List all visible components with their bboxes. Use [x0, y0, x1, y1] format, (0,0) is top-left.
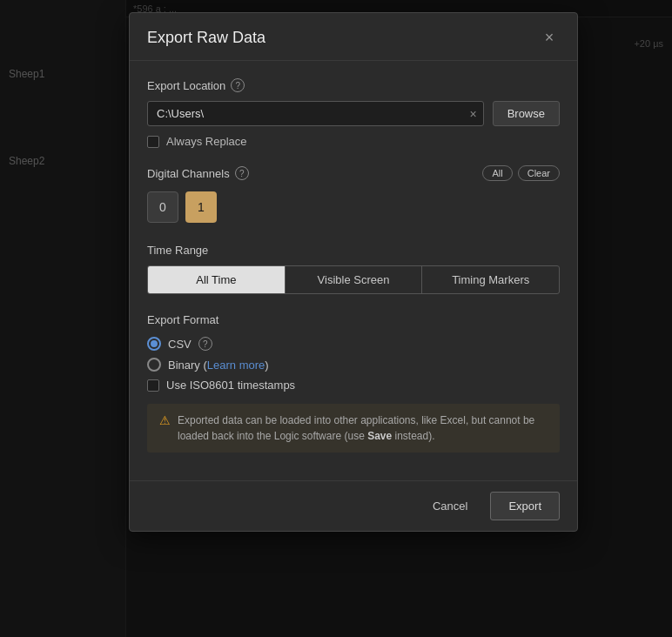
digital-channels-help-icon[interactable]: ?	[235, 166, 249, 180]
location-input-wrap: ×	[147, 101, 484, 126]
export-button[interactable]: Export	[490, 492, 560, 520]
clear-input-icon[interactable]: ×	[469, 107, 476, 121]
warning-text: Exported data can be loaded into other a…	[178, 412, 548, 444]
close-button[interactable]: ×	[539, 27, 560, 48]
time-range-tabs: All Time Visible Screen Timing Markers	[147, 265, 560, 294]
warning-icon: ⚠	[159, 413, 171, 427]
cancel-button[interactable]: Cancel	[419, 493, 481, 520]
csv-help-icon[interactable]: ?	[198, 337, 212, 351]
binary-label: Binary (Learn more)	[168, 359, 269, 372]
dialog-footer: Cancel Export	[130, 480, 577, 531]
dialog-title: Export Raw Data	[147, 29, 265, 47]
tab-visible-screen[interactable]: Visible Screen	[286, 266, 423, 293]
export-dialog: Export Raw Data × Export Location ? × Br…	[129, 12, 578, 532]
browse-button[interactable]: Browse	[493, 101, 560, 126]
location-input[interactable]	[147, 101, 484, 126]
channel-chips: 0 1	[147, 191, 560, 223]
csv-radio[interactable]	[147, 337, 161, 351]
always-replace-checkbox[interactable]	[147, 136, 159, 148]
location-row: × Browse	[147, 101, 560, 126]
dialog-body: Export Location ? × Browse Always Replac…	[130, 61, 577, 480]
csv-radio-inner	[151, 340, 158, 347]
always-replace-label[interactable]: Always Replace	[166, 135, 247, 148]
clear-channels-button[interactable]: Clear	[518, 165, 560, 181]
tab-all-time[interactable]: All Time	[148, 266, 286, 293]
iso-checkbox-row: Use ISO8601 timestamps	[147, 379, 560, 392]
dialog-header: Export Raw Data ×	[130, 13, 577, 61]
iso-label[interactable]: Use ISO8601 timestamps	[166, 379, 295, 392]
time-range-section: Time Range All Time Visible Screen Timin…	[147, 244, 560, 294]
channel-chip-0[interactable]: 0	[147, 191, 178, 223]
export-location-help-icon[interactable]: ?	[231, 78, 245, 92]
binary-radio-row: Binary (Learn more)	[147, 358, 560, 372]
csv-radio-row: CSV ?	[147, 337, 560, 351]
learn-more-link[interactable]: Learn more	[207, 359, 265, 372]
time-range-label: Time Range	[147, 244, 560, 257]
export-location-label: Export Location ?	[147, 78, 560, 92]
export-format-label: Export Format	[147, 313, 560, 326]
csv-label: CSV	[168, 338, 192, 351]
warning-save-word: Save	[367, 430, 392, 442]
always-replace-row: Always Replace	[147, 135, 560, 148]
channels-actions: All Clear	[482, 165, 560, 181]
tab-timing-markers[interactable]: Timing Markers	[422, 266, 559, 293]
export-format-section: Export Format CSV ? Binary (Learn more) …	[147, 313, 560, 453]
channel-chip-1[interactable]: 1	[185, 191, 217, 223]
warning-box: ⚠ Exported data can be loaded into other…	[147, 404, 560, 453]
iso-checkbox[interactable]	[147, 379, 159, 392]
digital-channels-header: Digital Channels ? All Clear	[147, 165, 560, 181]
binary-radio[interactable]	[147, 358, 161, 372]
all-channels-button[interactable]: All	[482, 165, 512, 181]
digital-channels-label: Digital Channels ?	[147, 166, 249, 180]
